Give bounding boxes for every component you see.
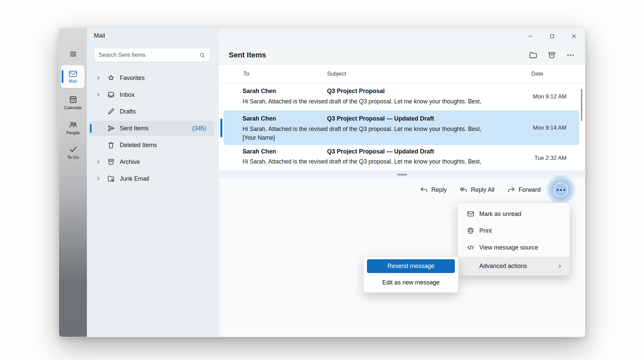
forward-icon [507,186,515,194]
folder-deleted-items[interactable]: Deleted Items [89,138,214,152]
menu-item-label: Print [479,227,492,234]
message-row[interactable]: Sarah Chen Q3 Project Proposal Hi Sarah,… [219,83,585,110]
submenu-chevron-icon [557,264,562,269]
code-icon [467,243,475,252]
message-preview: Hi Sarah, Attached is the revised draft … [243,126,481,133]
more-actions-menu: Mark as unread Print View message source… [457,203,570,276]
window-title: Mail [94,32,105,39]
reply-all-label: Reply All [471,186,494,193]
submenu-item-label: Edit as new message [382,279,439,286]
rail-item-calendar[interactable]: Calendar [59,95,87,110]
message-subject: Q3 Project Proposal — Updated Draft [327,115,434,122]
hamburger-menu-button[interactable] [59,48,87,60]
inbox-icon [107,91,115,99]
rail-item-label: Calendar [59,105,87,110]
list-scrollbar[interactable] [581,89,582,121]
search-icon [199,52,206,58]
rail-item-todo[interactable]: To Do [59,144,87,160]
junk-folder-icon [107,175,115,183]
folder-archive[interactable]: Archive [89,154,214,169]
column-header-date[interactable]: Date [531,71,543,77]
folder-count-badge: (345) [192,125,206,132]
menu-item-label: View message source [479,244,538,251]
message-sender: Sarah Chen [243,115,276,122]
minimize-button[interactable] [524,30,537,42]
splitter-handle[interactable] [397,174,407,176]
ellipsis-icon [566,51,575,59]
message-list: Sarah Chen Q3 Project Proposal Hi Sarah,… [219,83,585,171]
header-toolbar [527,49,577,61]
more-actions-highlight [553,182,568,197]
list-header: Sent Items [219,46,585,65]
ellipsis-dot [564,189,565,191]
message-sender: Sarah Chen [243,88,276,95]
reply-all-button[interactable]: Reply All [460,186,494,194]
column-header-to[interactable]: To [243,71,249,77]
rail-selected-indicator [62,70,63,83]
people-icon [59,120,87,129]
pane-splitter[interactable] [219,171,585,178]
submenu-item-label: Resend message [387,263,434,270]
menu-item-print[interactable]: Print [458,222,570,239]
forward-label: Forward [519,186,541,193]
chevron-right-icon [96,92,101,97]
rail-item-mail[interactable]: Mail [61,65,85,88]
folder-inbox[interactable]: Inbox [89,87,214,102]
submenu-item-resend-message[interactable]: Resend message [367,259,455,273]
advanced-actions-submenu: Resend message Edit as new message [363,256,459,293]
folder-label: Junk Email [120,175,149,182]
folder-label: Sent Items [120,125,149,132]
todo-check-icon [59,144,87,154]
column-headers: To Subject Date [219,65,585,83]
archive-icon [107,158,115,166]
page-title: Sent Items [229,51,266,59]
send-icon [107,124,115,132]
folder-favorites[interactable]: Favorites [89,71,214,85]
submenu-item-edit-as-new-message[interactable]: Edit as new message [364,274,458,290]
forward-button[interactable]: Forward [507,186,541,194]
archive-button[interactable] [546,49,558,61]
menu-item-advanced-actions[interactable]: Advanced actions [458,257,570,275]
folder-label: Archive [120,159,140,166]
message-subject: Q3 Project Proposal [327,88,385,95]
message-sender: Sarah Chen [243,148,276,155]
folder-sent-items[interactable]: Sent Items (345) [89,121,214,136]
folder-label: Inbox [120,91,135,98]
search-box [94,48,210,62]
move-to-folder-button[interactable] [527,49,539,61]
folder-drafts[interactable]: Drafts [89,104,214,119]
folder-icon [529,51,537,59]
message-preview-line2: [Your Name] [243,134,275,141]
list-more-options-button[interactable] [565,49,577,61]
folder-junk-email[interactable]: Junk Email [89,171,214,186]
folder-label: Favorites [120,75,145,82]
chevron-right-icon [96,176,101,181]
star-icon [107,74,115,82]
close-button[interactable] [567,30,581,42]
pencil-icon [107,107,115,116]
folder-tree: Favorites Inbox Drafts Sent Items (345) [89,71,214,188]
rail-item-people[interactable]: People [59,120,87,135]
reply-button[interactable]: Reply [420,186,447,194]
menu-item-label: Mark as unread [479,211,521,218]
column-header-subject[interactable]: Subject [327,71,346,77]
maximize-button[interactable] [545,30,559,42]
menu-item-mark-as-unread[interactable]: Mark as unread [458,206,570,222]
close-icon [571,33,577,39]
calendar-icon [59,95,87,104]
app-rail: Mail Calendar People To Do [59,28,87,337]
message-actions-toolbar: Reply Reply All Forward [420,178,585,201]
message-row[interactable]: Sarah Chen Q3 Project Proposal — Updated… [219,146,585,171]
message-date: Tue 2:32 AM [534,155,567,162]
message-date: Mon 9:12 AM [533,93,567,100]
desktop: Mail Calendar People To Do [0,0,644,360]
reply-all-icon [460,186,468,194]
message-row-selected[interactable]: Sarah Chen Q3 Project Proposal — Updated… [219,110,585,146]
search-input[interactable] [99,52,199,58]
menu-item-view-message-source[interactable]: View message source [458,239,570,256]
hamburger-icon [69,50,77,58]
folder-label: Drafts [120,108,136,115]
more-actions-button[interactable] [553,182,568,197]
message-preview: Hi Sarah, Attached is the revised draft … [243,158,481,165]
folder-pane: Mail Favorites Inbox [87,28,219,337]
